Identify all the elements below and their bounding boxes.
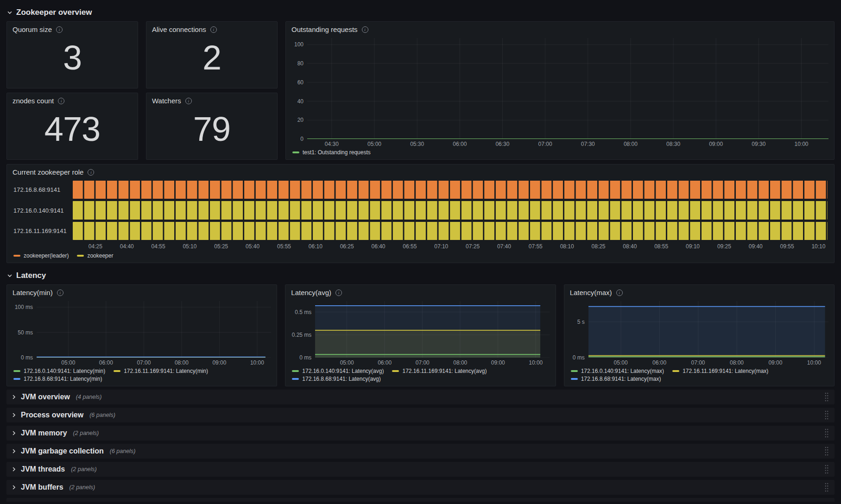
info-icon[interactable]: i xyxy=(362,26,368,33)
info-icon[interactable]: i xyxy=(616,290,623,296)
legend-swatch xyxy=(571,370,578,372)
overview-row: Quorum size i 3 Alive connections i 2 zn… xyxy=(6,21,835,160)
legend-item[interactable]: 172.16.11.169:9141: Latency(max) xyxy=(672,368,768,374)
row-jvm-memory[interactable]: JVM memory (2 panels) xyxy=(6,426,835,441)
plot-area[interactable] xyxy=(37,301,271,358)
legend-item[interactable]: 172.16.8.68:9141: Latency(avg) xyxy=(292,376,380,382)
section-title: Zookeeper overview xyxy=(16,8,92,17)
legend: 172.16.0.140:9141: Latency(max)172.16.11… xyxy=(564,367,834,386)
latency-avg-chart[interactable]: 0 ms0.25 ms0.5 ms05:0006:0007:0008:0009:… xyxy=(285,297,555,367)
legend-label: 172.16.0.140:9141: Latency(min) xyxy=(24,368,105,374)
y-tick-label: 100 xyxy=(294,41,304,48)
panel-title[interactable]: Latency(avg) xyxy=(291,289,331,296)
chevron-right-icon xyxy=(11,412,17,418)
row-title: JVM garbage collection xyxy=(21,447,104,455)
x-tick-label: 10:10 xyxy=(811,243,825,250)
row-jvm-overview[interactable]: JVM overview (4 panels) xyxy=(6,390,835,404)
x-tick-label: 08:55 xyxy=(654,243,668,250)
row-panel-count: (2 panels) xyxy=(70,484,95,491)
x-tick-label: 09:25 xyxy=(717,243,731,250)
y-tick-label: 0.5 ms xyxy=(295,309,311,315)
plot-area[interactable] xyxy=(315,301,550,358)
x-tick-label: 05:55 xyxy=(277,243,291,250)
outstanding-requests-chart[interactable]: 02040608010004:3005:0005:3006:0006:3007:… xyxy=(286,34,834,148)
panel-title[interactable]: Outstanding requests xyxy=(291,25,358,33)
legend-item[interactable]: 172.16.11.169:9141: Latency(avg) xyxy=(392,368,487,374)
timeline-track[interactable] xyxy=(73,222,828,240)
legend-item[interactable]: 172.16.0.140:9141: Latency(min) xyxy=(13,368,105,374)
panel-header: Latency(max) i xyxy=(564,285,834,297)
legend-item[interactable]: zookeeper(leader) xyxy=(13,252,69,259)
x-tick-label: 08:00 xyxy=(624,141,638,147)
drag-handle-icon[interactable] xyxy=(823,428,830,438)
info-glyph: i xyxy=(619,290,620,295)
x-tick-label: 04:30 xyxy=(325,141,339,147)
legend-item[interactable]: zookeeper xyxy=(77,252,113,259)
row-partial xyxy=(6,498,835,502)
x-tick-label: 05:30 xyxy=(410,141,424,147)
info-glyph: i xyxy=(90,170,92,175)
x-tick-label: 09:30 xyxy=(752,141,765,147)
drag-handle-icon[interactable] xyxy=(823,446,830,456)
x-tick-label: 09:00 xyxy=(212,359,226,366)
x-tick-label: 04:25 xyxy=(89,243,102,250)
legend-swatch xyxy=(292,370,299,372)
legend-item[interactable]: 172.16.11.169:9141: Latency(min) xyxy=(114,368,208,374)
legend-item[interactable]: test1: Outstanding requests xyxy=(292,149,371,156)
drag-handle-icon[interactable] xyxy=(823,464,830,474)
x-tick-label: 09:00 xyxy=(491,359,505,366)
section-header-latency[interactable]: Latency xyxy=(6,267,835,284)
zookeeper-role-timeline[interactable]: 172.16.8.68:9141172.16.0.140:9141172.16.… xyxy=(7,177,834,252)
x-tick-label: 06:00 xyxy=(652,359,666,366)
y-tick-label: 80 xyxy=(297,60,304,67)
plot-area[interactable] xyxy=(307,38,828,139)
legend-swatch xyxy=(13,255,20,257)
stat-value: 2 xyxy=(146,27,277,88)
legend-swatch xyxy=(292,378,299,380)
x-axis: 05:0006:0007:0008:0009:0010:00 xyxy=(588,359,828,367)
legend-label: zookeeper xyxy=(87,252,113,259)
panel-title[interactable]: Latency(min) xyxy=(13,289,53,296)
latency-max-chart[interactable]: 0 ms5 s05:0006:0007:0008:0009:0010:00 xyxy=(564,297,834,367)
chevron-down-icon xyxy=(6,272,13,279)
row-jvm-threads[interactable]: JVM threads (2 panels) xyxy=(6,462,835,477)
x-tick-label: 05:25 xyxy=(214,243,228,250)
drag-handle-icon[interactable] xyxy=(823,482,830,492)
stats-grid: Quorum size i 3 Alive connections i 2 zn… xyxy=(6,21,278,160)
stat-value: 3 xyxy=(7,27,138,88)
panel-header: Outstanding requests i xyxy=(286,22,834,34)
timeline-track[interactable] xyxy=(73,181,828,199)
legend-item[interactable]: 172.16.0.140:9141: Latency(max) xyxy=(571,368,664,374)
y-tick-label: 0.25 ms xyxy=(292,332,312,338)
latency-min-chart[interactable]: 0 ms50 ms100 ms05:0006:0007:0008:0009:00… xyxy=(7,297,277,367)
row-jvm-garbage-collection[interactable]: JVM garbage collection (6 panels) xyxy=(6,444,835,459)
row-jvm-buffers[interactable]: JVM buffers (2 panels) xyxy=(6,480,835,495)
panel-title[interactable]: Current zookeeper role xyxy=(13,168,83,176)
chevron-right-icon xyxy=(11,466,17,472)
x-tick-label: 08:25 xyxy=(591,243,605,250)
row-process-overview[interactable]: Process overview (6 panels) xyxy=(6,408,835,422)
panel-header: Current zookeeper role i xyxy=(7,164,834,177)
x-tick-label: 06:25 xyxy=(340,243,354,250)
legend-item[interactable]: 172.16.8.68:9141: Latency(min) xyxy=(13,376,102,382)
info-icon[interactable]: i xyxy=(88,169,94,176)
x-tick-label: 10:00 xyxy=(250,359,264,366)
drag-handle-icon[interactable] xyxy=(823,392,830,402)
x-tick-label: 07:55 xyxy=(529,243,543,250)
chevron-right-icon xyxy=(11,485,17,490)
timeline-track[interactable] xyxy=(73,201,828,219)
panel-title[interactable]: Latency(max) xyxy=(570,289,612,296)
timeline-row-label: 172.16.8.68:9141 xyxy=(13,181,73,199)
y-tick-label: 20 xyxy=(297,117,304,123)
x-tick-label: 09:40 xyxy=(749,243,763,250)
info-icon[interactable]: i xyxy=(335,290,342,296)
x-tick-label: 09:10 xyxy=(686,243,700,250)
legend-item[interactable]: 172.16.0.140:9141: Latency(avg) xyxy=(292,368,384,374)
info-glyph: i xyxy=(364,27,366,32)
x-tick-label: 07:00 xyxy=(416,359,430,366)
plot-area[interactable] xyxy=(588,301,828,358)
legend-item[interactable]: 172.16.8.68:9141: Latency(max) xyxy=(571,376,661,382)
drag-handle-icon[interactable] xyxy=(823,410,830,420)
info-icon[interactable]: i xyxy=(57,290,63,296)
section-header-zookeeper-overview[interactable]: Zookeeper overview xyxy=(6,4,835,21)
